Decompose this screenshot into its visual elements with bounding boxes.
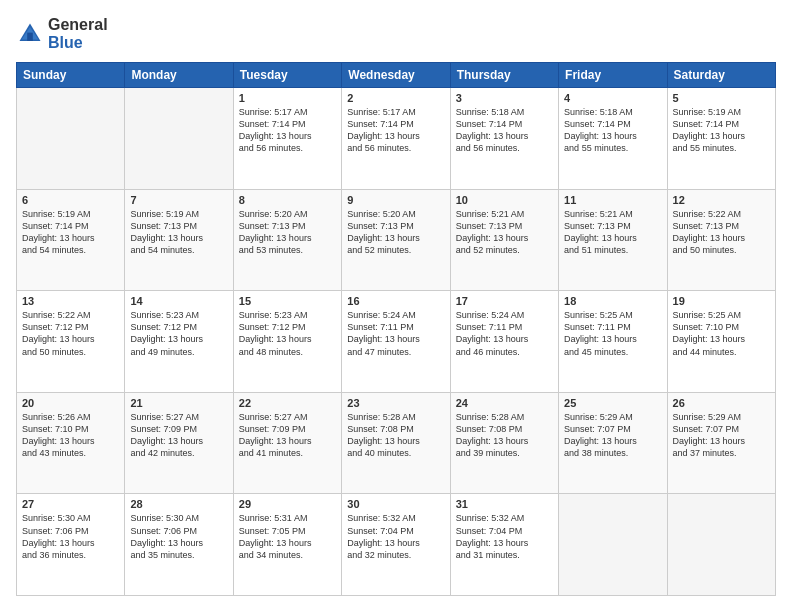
logo-icon — [16, 20, 44, 48]
page: General Blue SundayMondayTuesdayWednesda… — [0, 0, 792, 612]
day-info: Sunrise: 5:24 AM Sunset: 7:11 PM Dayligh… — [347, 309, 444, 358]
day-info: Sunrise: 5:29 AM Sunset: 7:07 PM Dayligh… — [564, 411, 661, 460]
day-number: 10 — [456, 194, 553, 206]
day-number: 15 — [239, 295, 336, 307]
calendar-day-cell: 12Sunrise: 5:22 AM Sunset: 7:13 PM Dayli… — [667, 189, 775, 291]
calendar-week-row: 27Sunrise: 5:30 AM Sunset: 7:06 PM Dayli… — [17, 494, 776, 596]
calendar-header-tuesday: Tuesday — [233, 63, 341, 88]
logo: General Blue — [16, 16, 108, 52]
day-number: 4 — [564, 92, 661, 104]
day-info: Sunrise: 5:29 AM Sunset: 7:07 PM Dayligh… — [673, 411, 770, 460]
day-info: Sunrise: 5:31 AM Sunset: 7:05 PM Dayligh… — [239, 512, 336, 561]
calendar-week-row: 1Sunrise: 5:17 AM Sunset: 7:14 PM Daylig… — [17, 88, 776, 190]
day-info: Sunrise: 5:18 AM Sunset: 7:14 PM Dayligh… — [456, 106, 553, 155]
calendar-day-cell — [17, 88, 125, 190]
calendar-day-cell — [559, 494, 667, 596]
calendar-header-wednesday: Wednesday — [342, 63, 450, 88]
calendar-day-cell: 25Sunrise: 5:29 AM Sunset: 7:07 PM Dayli… — [559, 392, 667, 494]
day-number: 21 — [130, 397, 227, 409]
calendar-day-cell: 15Sunrise: 5:23 AM Sunset: 7:12 PM Dayli… — [233, 291, 341, 393]
day-number: 19 — [673, 295, 770, 307]
calendar-day-cell: 17Sunrise: 5:24 AM Sunset: 7:11 PM Dayli… — [450, 291, 558, 393]
calendar-day-cell: 27Sunrise: 5:30 AM Sunset: 7:06 PM Dayli… — [17, 494, 125, 596]
calendar-day-cell: 31Sunrise: 5:32 AM Sunset: 7:04 PM Dayli… — [450, 494, 558, 596]
calendar-day-cell — [667, 494, 775, 596]
calendar-day-cell: 20Sunrise: 5:26 AM Sunset: 7:10 PM Dayli… — [17, 392, 125, 494]
day-number: 29 — [239, 498, 336, 510]
day-info: Sunrise: 5:28 AM Sunset: 7:08 PM Dayligh… — [456, 411, 553, 460]
day-info: Sunrise: 5:19 AM Sunset: 7:14 PM Dayligh… — [673, 106, 770, 155]
calendar-header-thursday: Thursday — [450, 63, 558, 88]
day-info: Sunrise: 5:25 AM Sunset: 7:10 PM Dayligh… — [673, 309, 770, 358]
day-number: 11 — [564, 194, 661, 206]
calendar-header-saturday: Saturday — [667, 63, 775, 88]
day-number: 27 — [22, 498, 119, 510]
day-number: 23 — [347, 397, 444, 409]
day-number: 2 — [347, 92, 444, 104]
day-number: 30 — [347, 498, 444, 510]
calendar-day-cell: 7Sunrise: 5:19 AM Sunset: 7:13 PM Daylig… — [125, 189, 233, 291]
day-info: Sunrise: 5:27 AM Sunset: 7:09 PM Dayligh… — [130, 411, 227, 460]
day-number: 13 — [22, 295, 119, 307]
day-info: Sunrise: 5:32 AM Sunset: 7:04 PM Dayligh… — [347, 512, 444, 561]
day-number: 3 — [456, 92, 553, 104]
calendar-day-cell: 16Sunrise: 5:24 AM Sunset: 7:11 PM Dayli… — [342, 291, 450, 393]
day-number: 25 — [564, 397, 661, 409]
calendar-week-row: 13Sunrise: 5:22 AM Sunset: 7:12 PM Dayli… — [17, 291, 776, 393]
day-info: Sunrise: 5:19 AM Sunset: 7:13 PM Dayligh… — [130, 208, 227, 257]
calendar-day-cell: 23Sunrise: 5:28 AM Sunset: 7:08 PM Dayli… — [342, 392, 450, 494]
calendar-day-cell: 3Sunrise: 5:18 AM Sunset: 7:14 PM Daylig… — [450, 88, 558, 190]
day-number: 6 — [22, 194, 119, 206]
header: General Blue — [16, 16, 776, 52]
calendar-day-cell: 10Sunrise: 5:21 AM Sunset: 7:13 PM Dayli… — [450, 189, 558, 291]
calendar-day-cell: 24Sunrise: 5:28 AM Sunset: 7:08 PM Dayli… — [450, 392, 558, 494]
calendar-day-cell: 26Sunrise: 5:29 AM Sunset: 7:07 PM Dayli… — [667, 392, 775, 494]
day-info: Sunrise: 5:26 AM Sunset: 7:10 PM Dayligh… — [22, 411, 119, 460]
calendar-day-cell: 30Sunrise: 5:32 AM Sunset: 7:04 PM Dayli… — [342, 494, 450, 596]
day-info: Sunrise: 5:20 AM Sunset: 7:13 PM Dayligh… — [347, 208, 444, 257]
calendar-day-cell: 8Sunrise: 5:20 AM Sunset: 7:13 PM Daylig… — [233, 189, 341, 291]
day-info: Sunrise: 5:22 AM Sunset: 7:12 PM Dayligh… — [22, 309, 119, 358]
day-number: 1 — [239, 92, 336, 104]
day-number: 24 — [456, 397, 553, 409]
day-number: 17 — [456, 295, 553, 307]
calendar-table: SundayMondayTuesdayWednesdayThursdayFrid… — [16, 62, 776, 596]
calendar-day-cell: 5Sunrise: 5:19 AM Sunset: 7:14 PM Daylig… — [667, 88, 775, 190]
calendar-day-cell: 29Sunrise: 5:31 AM Sunset: 7:05 PM Dayli… — [233, 494, 341, 596]
day-info: Sunrise: 5:22 AM Sunset: 7:13 PM Dayligh… — [673, 208, 770, 257]
calendar-header-monday: Monday — [125, 63, 233, 88]
day-number: 22 — [239, 397, 336, 409]
day-number: 16 — [347, 295, 444, 307]
calendar-day-cell: 1Sunrise: 5:17 AM Sunset: 7:14 PM Daylig… — [233, 88, 341, 190]
day-number: 31 — [456, 498, 553, 510]
calendar-day-cell: 6Sunrise: 5:19 AM Sunset: 7:14 PM Daylig… — [17, 189, 125, 291]
calendar-day-cell — [125, 88, 233, 190]
calendar-week-row: 6Sunrise: 5:19 AM Sunset: 7:14 PM Daylig… — [17, 189, 776, 291]
day-info: Sunrise: 5:20 AM Sunset: 7:13 PM Dayligh… — [239, 208, 336, 257]
day-number: 14 — [130, 295, 227, 307]
day-info: Sunrise: 5:32 AM Sunset: 7:04 PM Dayligh… — [456, 512, 553, 561]
day-number: 5 — [673, 92, 770, 104]
day-number: 12 — [673, 194, 770, 206]
calendar-day-cell: 19Sunrise: 5:25 AM Sunset: 7:10 PM Dayli… — [667, 291, 775, 393]
day-number: 7 — [130, 194, 227, 206]
day-info: Sunrise: 5:23 AM Sunset: 7:12 PM Dayligh… — [239, 309, 336, 358]
calendar-day-cell: 21Sunrise: 5:27 AM Sunset: 7:09 PM Dayli… — [125, 392, 233, 494]
day-info: Sunrise: 5:18 AM Sunset: 7:14 PM Dayligh… — [564, 106, 661, 155]
day-number: 28 — [130, 498, 227, 510]
day-info: Sunrise: 5:24 AM Sunset: 7:11 PM Dayligh… — [456, 309, 553, 358]
calendar-day-cell: 9Sunrise: 5:20 AM Sunset: 7:13 PM Daylig… — [342, 189, 450, 291]
calendar-header-row: SundayMondayTuesdayWednesdayThursdayFrid… — [17, 63, 776, 88]
day-info: Sunrise: 5:30 AM Sunset: 7:06 PM Dayligh… — [130, 512, 227, 561]
calendar-week-row: 20Sunrise: 5:26 AM Sunset: 7:10 PM Dayli… — [17, 392, 776, 494]
day-number: 8 — [239, 194, 336, 206]
calendar-day-cell: 13Sunrise: 5:22 AM Sunset: 7:12 PM Dayli… — [17, 291, 125, 393]
logo-text: General Blue — [48, 16, 108, 52]
day-info: Sunrise: 5:30 AM Sunset: 7:06 PM Dayligh… — [22, 512, 119, 561]
day-info: Sunrise: 5:21 AM Sunset: 7:13 PM Dayligh… — [564, 208, 661, 257]
calendar-day-cell: 14Sunrise: 5:23 AM Sunset: 7:12 PM Dayli… — [125, 291, 233, 393]
day-info: Sunrise: 5:27 AM Sunset: 7:09 PM Dayligh… — [239, 411, 336, 460]
calendar-day-cell: 28Sunrise: 5:30 AM Sunset: 7:06 PM Dayli… — [125, 494, 233, 596]
svg-rect-2 — [27, 33, 33, 41]
day-info: Sunrise: 5:19 AM Sunset: 7:14 PM Dayligh… — [22, 208, 119, 257]
